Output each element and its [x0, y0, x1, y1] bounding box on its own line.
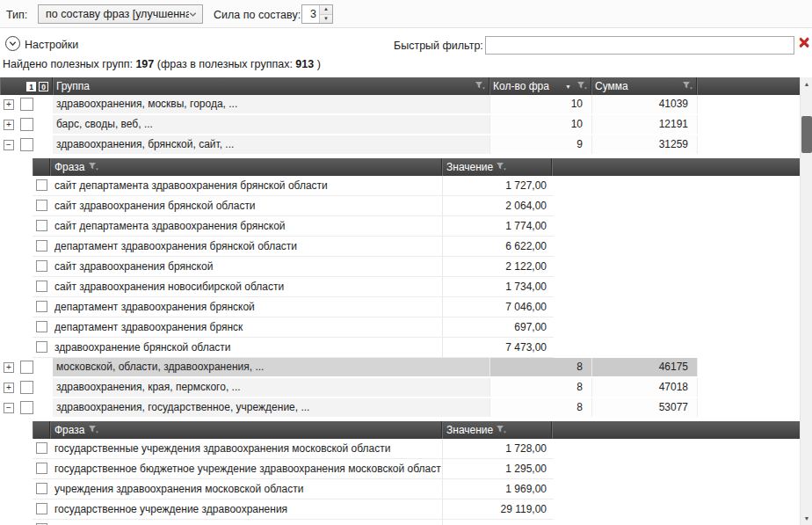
phrase-text[interactable]: сайт здравоохранения брянской области: [50, 196, 442, 215]
group-checkbox[interactable]: [20, 401, 33, 414]
phrase-text[interactable]: департамент здравоохранения брянской обл…: [50, 237, 442, 256]
group-label[interactable]: здравоохранения, брянской, сайт, ...: [53, 135, 489, 154]
group-sum[interactable]: 41039: [591, 95, 697, 113]
group-checkbox[interactable]: [20, 138, 33, 151]
group-checkbox[interactable]: [20, 98, 33, 111]
phrase-checkbox[interactable]: [36, 442, 47, 454]
group-checkbox[interactable]: [20, 118, 33, 131]
filter-icon[interactable]: [683, 82, 692, 91]
phrase-row[interactable]: государственное учреждение здравоохранен…: [33, 499, 554, 520]
phrase-value[interactable]: 1 969,00: [442, 479, 554, 499]
phrase-checkbox[interactable]: [36, 483, 47, 494]
settings-label[interactable]: Настройки: [25, 39, 78, 51]
phrase-value[interactable]: 2 064,00: [442, 196, 554, 215]
group-row[interactable]: +здравоохранения, края, пермского, ...84…: [0, 378, 800, 398]
phrase-row[interactable]: сайт департамента здравоохранения брянск…: [33, 176, 554, 196]
group-label[interactable]: московской, области, здравоохранения, ..…: [53, 358, 489, 376]
group-count[interactable]: 8: [489, 378, 591, 397]
column-header-group[interactable]: Группа: [53, 77, 489, 95]
group-sum[interactable]: 47018: [591, 378, 697, 397]
filter-icon[interactable]: [497, 163, 506, 171]
phrase-checkbox[interactable]: [36, 240, 47, 252]
filter-icon[interactable]: [497, 426, 506, 434]
subcolumn-header-phrase[interactable]: Фраза: [50, 158, 442, 176]
phrase-checkbox[interactable]: [36, 341, 47, 353]
phrase-text[interactable]: департамент здравоохранения брянской: [50, 297, 442, 317]
phrase-value[interactable]: 1 774,00: [442, 216, 554, 236]
phrase-row[interactable]: департамент здравоохранения брянск697,00: [33, 317, 554, 338]
collapse-toggle-icon[interactable]: −: [4, 140, 14, 150]
phrase-checkbox[interactable]: [36, 179, 47, 191]
scrollbar-thumb[interactable]: [801, 116, 812, 153]
phrase-row-partial[interactable]: [33, 520, 554, 525]
phrase-row[interactable]: учреждения здравоохранения московской об…: [33, 479, 554, 499]
phrase-checkbox[interactable]: [36, 200, 47, 211]
phrase-value[interactable]: 1 727,00: [442, 176, 554, 195]
uncheck-all-button[interactable]: 0: [39, 82, 48, 91]
phrase-value[interactable]: 29 119,00: [442, 499, 554, 519]
phrase-text[interactable]: сайт здравоохранения брянской: [50, 257, 442, 276]
phrase-checkbox[interactable]: [36, 260, 47, 272]
phrase-row[interactable]: сайт здравоохранения брянской2 122,00: [33, 257, 554, 277]
phrase-text[interactable]: государственное бюджетное учреждение здр…: [50, 459, 442, 478]
clear-filter-icon[interactable]: ✕: [796, 35, 812, 51]
collapse-toggle-icon[interactable]: −: [4, 403, 14, 413]
group-row[interactable]: −здравоохранения, брянской, сайт, ...931…: [0, 135, 800, 156]
phrase-checkbox[interactable]: [36, 281, 47, 292]
group-count[interactable]: 8: [489, 358, 591, 376]
phrase-text[interactable]: сайт департамента здравоохранения брянск…: [50, 216, 442, 236]
group-row[interactable]: +московской, области, здравоохранения, .…: [0, 358, 800, 378]
filter-icon[interactable]: [577, 82, 587, 91]
expand-toggle-icon[interactable]: +: [4, 362, 14, 373]
phrase-checkbox[interactable]: [36, 301, 47, 312]
column-header-sum[interactable]: Сумма: [591, 77, 697, 95]
filter-icon[interactable]: [475, 82, 485, 91]
phrase-value[interactable]: 1 728,00: [442, 439, 554, 458]
group-label[interactable]: здравоохранения, москвы, города, ...: [53, 95, 489, 113]
phrase-row[interactable]: государственные учреждения здравоохранен…: [33, 439, 554, 459]
filter-icon[interactable]: [89, 426, 98, 434]
phrase-checkbox[interactable]: [36, 463, 47, 474]
settings-expander-icon[interactable]: [5, 36, 20, 51]
group-count[interactable]: 10: [489, 115, 591, 134]
expand-toggle-icon[interactable]: +: [4, 383, 14, 393]
check-all-button[interactable]: 1: [26, 82, 36, 91]
group-checkbox[interactable]: [20, 381, 33, 394]
subcolumn-header-phrase[interactable]: Фраза: [50, 421, 442, 439]
phrase-row[interactable]: государственное бюджетное учреждение здр…: [33, 459, 554, 479]
phrase-value[interactable]: 2 122,00: [442, 257, 554, 276]
grouping-type-select[interactable]: по составу фраз [улучшенная]: [38, 4, 203, 24]
group-sum[interactable]: 46175: [591, 358, 697, 376]
filter-icon[interactable]: [89, 163, 98, 171]
subcolumn-header-value[interactable]: Значение: [442, 421, 552, 439]
phrase-row[interactable]: сайт здравоохранения новосибирской облас…: [33, 277, 554, 297]
strength-spinner[interactable]: 3 ▲ ▼: [301, 4, 333, 24]
group-sum[interactable]: 31259: [591, 135, 697, 154]
phrase-row[interactable]: сайт департамента здравоохранения брянск…: [33, 216, 554, 237]
scroll-up-icon[interactable]: ▲: [801, 77, 812, 91]
phrase-value[interactable]: 697,00: [442, 317, 554, 337]
expand-toggle-icon[interactable]: +: [4, 99, 14, 110]
group-row[interactable]: −здравоохранения, государственное, учреж…: [0, 398, 800, 419]
scroll-down-icon[interactable]: ▼: [801, 512, 812, 525]
phrase-row[interactable]: сайт здравоохранения брянской области2 0…: [33, 196, 554, 216]
phrase-checkbox[interactable]: [36, 220, 47, 231]
phrase-text[interactable]: сайт департамента здравоохранения брянск…: [50, 176, 442, 195]
phrase-checkbox[interactable]: [36, 321, 47, 332]
vertical-scrollbar[interactable]: ▲ ▼: [800, 77, 812, 525]
phrase-value[interactable]: 1 734,00: [442, 277, 554, 296]
phrase-row[interactable]: департамент здравоохранения брянской7 04…: [33, 297, 554, 317]
group-row[interactable]: +здравоохранения, москвы, города, ...104…: [0, 95, 800, 115]
phrase-text[interactable]: департамент здравоохранения брянск: [50, 317, 442, 337]
expand-toggle-icon[interactable]: +: [4, 120, 14, 130]
spin-up-icon[interactable]: ▲: [320, 5, 332, 14]
group-label[interactable]: барс, своды, веб, ...: [53, 115, 489, 134]
phrase-text[interactable]: сайт здравоохранения новосибирской облас…: [50, 277, 442, 296]
phrase-text[interactable]: государственные учреждения здравоохранен…: [50, 439, 442, 458]
spin-down-icon[interactable]: ▼: [320, 14, 332, 24]
phrase-text[interactable]: государственное учреждение здравоохранен…: [50, 499, 442, 519]
subcolumn-header-value[interactable]: Значение: [442, 158, 552, 176]
column-header-count[interactable]: Кол-во фра ▼: [489, 77, 591, 95]
group-sum[interactable]: 53077: [591, 398, 697, 417]
phrase-row[interactable]: департамент здравоохранения брянской обл…: [33, 237, 554, 257]
